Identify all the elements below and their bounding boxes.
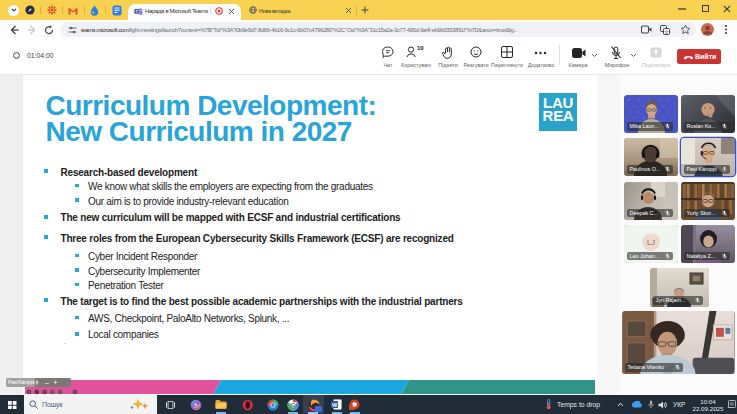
svg-text:LJ: LJ (647, 238, 655, 247)
svg-text:文: 文 (664, 28, 669, 34)
svg-text:G: G (291, 402, 296, 408)
svg-text:W: W (332, 402, 338, 408)
svg-text:P: P (353, 402, 357, 408)
